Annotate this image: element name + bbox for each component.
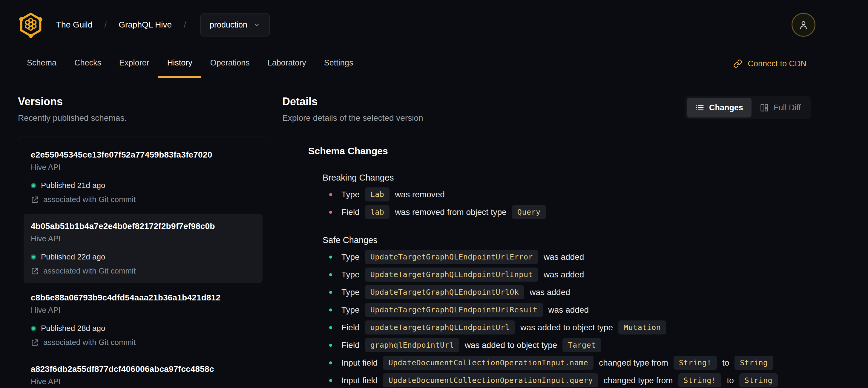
version-card[interactable]: c8b6e88a06793b9c4dfd54aaa21b36a1b421d812… bbox=[24, 285, 262, 355]
change-row: Input fieldUpdateDocumentCollectionOpera… bbox=[322, 374, 811, 387]
tab-operations[interactable]: Operations bbox=[201, 50, 259, 78]
target-selector-value: production bbox=[210, 20, 247, 30]
change-text: Type bbox=[341, 270, 360, 279]
version-service-name: Hive API bbox=[31, 162, 255, 172]
tab-explorer[interactable]: Explorer bbox=[110, 50, 158, 78]
published-text: Published 21d ago bbox=[41, 181, 105, 190]
change-group: Safe Changes TypeUpdateTargetGraphQLEndp… bbox=[322, 235, 811, 387]
hive-logo-icon[interactable] bbox=[18, 12, 43, 38]
change-text: was added to object type bbox=[465, 340, 557, 350]
code-chip: Lab bbox=[365, 187, 390, 202]
breaking-bullet-icon bbox=[329, 193, 332, 196]
git-commit-link[interactable]: associated with Git commit bbox=[31, 266, 255, 276]
details-heading-block: Details Explore details of the selected … bbox=[282, 95, 423, 123]
link-icon bbox=[733, 59, 742, 68]
change-group-rows: TypeUpdateTargetGraphQLEndpointUrlErrorw… bbox=[322, 250, 811, 387]
change-text: Type bbox=[341, 288, 360, 297]
tab-checks[interactable]: Checks bbox=[65, 50, 110, 78]
version-service-name: Hive API bbox=[31, 377, 255, 386]
change-groups: Breaking Changes TypeLabwas removedField… bbox=[308, 173, 811, 387]
git-commit-text: associated with Git commit bbox=[43, 195, 135, 204]
list-icon bbox=[695, 103, 704, 112]
tab-history[interactable]: History bbox=[158, 50, 201, 78]
change-text: Field bbox=[341, 340, 360, 350]
change-group-title: Safe Changes bbox=[322, 235, 811, 245]
breadcrumb-project[interactable]: GraphQL Hive bbox=[119, 20, 172, 30]
breadcrumb-org[interactable]: The Guild bbox=[56, 20, 92, 30]
connect-to-cdn-link[interactable]: Connect to CDN bbox=[733, 50, 806, 78]
user-icon bbox=[798, 20, 809, 30]
full-diff-view-button[interactable]: Full Diff bbox=[751, 98, 809, 117]
changes-view-button[interactable]: Changes bbox=[687, 98, 751, 117]
version-hash: e2e55045345ce13fe07f52a77459b83fa3fe7020 bbox=[31, 150, 255, 160]
details-header: Details Explore details of the selected … bbox=[282, 95, 811, 123]
version-service-name: Hive API bbox=[31, 234, 255, 243]
code-chip: String bbox=[735, 356, 773, 370]
target-selector-dropdown[interactable]: production bbox=[200, 13, 270, 36]
safe-bullet-icon bbox=[329, 308, 332, 311]
version-service-name: Hive API bbox=[31, 305, 255, 315]
schema-changes-title: Schema Changes bbox=[308, 146, 811, 157]
external-link-icon bbox=[31, 267, 39, 275]
change-text: was removed from object type bbox=[395, 207, 506, 217]
change-row: TypeUpdateTargetGraphQLEndpointUrlOkwas … bbox=[322, 285, 811, 299]
git-commit-text: associated with Git commit bbox=[43, 338, 135, 347]
safe-bullet-icon bbox=[329, 379, 332, 382]
full-diff-view-label: Full Diff bbox=[774, 103, 801, 112]
code-chip: UpdateTargetGraphQLEndpointUrlOk bbox=[365, 285, 525, 299]
version-hash: 4b05ab51b1b4a7e2e4b0ef82172f2b9f7ef98c0b bbox=[31, 221, 255, 231]
nav-tabs: SchemaChecksExplorerHistoryOperationsLab… bbox=[18, 50, 362, 78]
schema-changes-section: Schema Changes Breaking Changes TypeLabw… bbox=[308, 146, 811, 387]
version-publish-status: Published 28d ago bbox=[31, 324, 255, 333]
change-text: Input field bbox=[341, 376, 377, 385]
safe-bullet-icon bbox=[329, 273, 332, 276]
change-text: was added bbox=[544, 270, 584, 279]
code-chip: Query bbox=[512, 205, 546, 219]
change-text: was added to object type bbox=[520, 323, 613, 332]
change-text: to bbox=[727, 376, 734, 385]
version-card[interactable]: a823f6db2a55df877dcf406006abca97fcc4858c… bbox=[24, 357, 262, 388]
tab-settings[interactable]: Settings bbox=[315, 50, 362, 78]
change-text: to bbox=[722, 358, 729, 368]
code-chip: UpdateDocumentCollectionOperationInput.q… bbox=[383, 374, 598, 387]
change-text: was removed bbox=[395, 190, 445, 199]
details-subtitle: Explore details of the selected version bbox=[282, 113, 423, 123]
external-link-icon bbox=[31, 338, 39, 347]
tab-laboratory[interactable]: Laboratory bbox=[259, 50, 315, 78]
changes-view-label: Changes bbox=[709, 103, 743, 112]
change-text: changed type from bbox=[603, 376, 673, 385]
change-group-title: Breaking Changes bbox=[322, 173, 811, 183]
graphql-hive-app: The Guild / GraphQL Hive / production Sc… bbox=[0, 0, 868, 388]
version-list: e2e55045345ce13fe07f52a77459b83fa3fe7020… bbox=[18, 137, 268, 388]
version-card[interactable]: e2e55045345ce13fe07f52a77459b83fa3fe7020… bbox=[24, 142, 262, 212]
code-chip: lab bbox=[365, 205, 390, 219]
main-content: Versions Recently published schemas. e2e… bbox=[0, 78, 868, 388]
connect-to-cdn-label: Connect to CDN bbox=[748, 59, 806, 68]
breaking-bullet-icon bbox=[329, 211, 332, 214]
code-chip: graphqlEndpointUrl bbox=[365, 338, 459, 352]
tab-schema[interactable]: Schema bbox=[18, 50, 65, 78]
breadcrumb-separator: / bbox=[104, 20, 106, 30]
change-row: Input fieldUpdateDocumentCollectionOpera… bbox=[322, 356, 811, 370]
version-card[interactable]: 4b05ab51b1b4a7e2e4b0ef82172f2b9f7ef98c0b… bbox=[24, 214, 262, 283]
change-text: was added bbox=[530, 288, 570, 297]
top-bar: The Guild / GraphQL Hive / production bbox=[0, 0, 868, 50]
code-chip: Target bbox=[562, 338, 601, 352]
versions-subtitle: Recently published schemas. bbox=[18, 113, 268, 123]
user-avatar-button[interactable] bbox=[792, 13, 815, 37]
safe-bullet-icon bbox=[329, 361, 332, 364]
chevron-down-icon bbox=[253, 21, 260, 28]
git-commit-link[interactable]: associated with Git commit bbox=[31, 195, 255, 204]
code-chip: UpdateTargetGraphQLEndpointUrlInput bbox=[365, 268, 538, 281]
safe-bullet-icon bbox=[329, 256, 332, 259]
version-publish-status: Published 21d ago bbox=[31, 181, 255, 190]
safe-bullet-icon bbox=[329, 344, 332, 347]
versions-panel: Versions Recently published schemas. e2e… bbox=[18, 95, 268, 388]
git-commit-link[interactable]: associated with Git commit bbox=[31, 338, 255, 347]
view-mode-toggle: Changes Full Diff bbox=[685, 96, 811, 119]
published-text: Published 28d ago bbox=[41, 324, 105, 333]
change-row: TypeUpdateTargetGraphQLEndpointUrlResult… bbox=[322, 303, 811, 317]
code-chip: UpdateTargetGraphQLEndpointUrlError bbox=[365, 250, 538, 264]
change-text: changed type from bbox=[599, 358, 668, 368]
code-chip: String! bbox=[678, 374, 722, 387]
